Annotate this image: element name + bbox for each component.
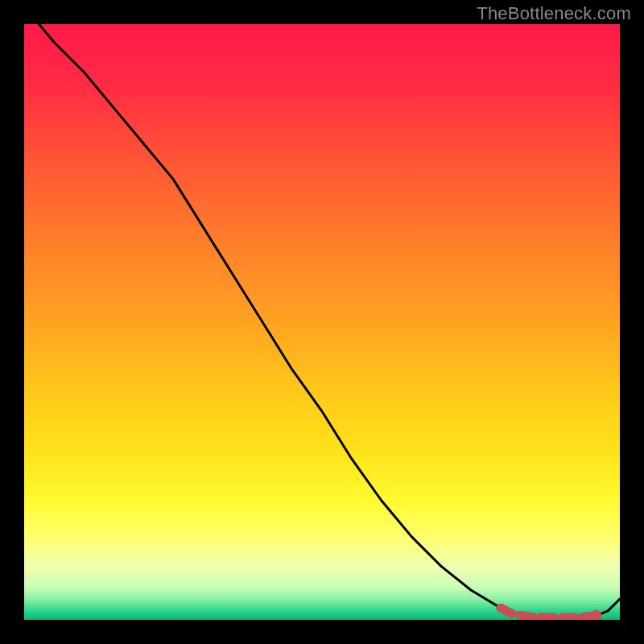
gradient-background — [24, 24, 620, 620]
plot-area — [24, 24, 620, 620]
watermark-text: TheBottleneck.com — [477, 3, 631, 24]
plot-svg — [24, 24, 620, 620]
chart-frame: TheBottleneck.com — [0, 0, 644, 644]
